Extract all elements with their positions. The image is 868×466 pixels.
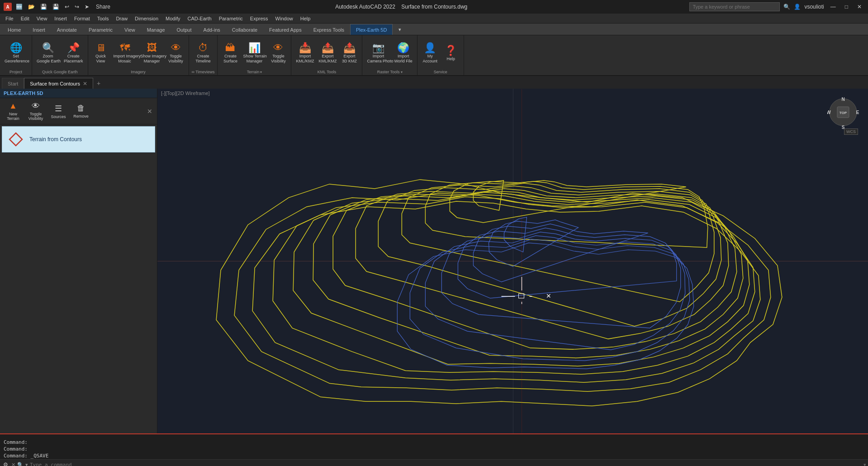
panel-close-button[interactable]: ✕ (145, 107, 154, 116)
import-kml-button[interactable]: 📥 ImportKML/KMZ (294, 38, 316, 69)
help-button[interactable]: ❓ Help (441, 38, 461, 69)
toggle-visibility-imagery-label: ToggleVisibility (168, 54, 183, 64)
menu-bar: File Edit View Insert Format Tools Draw … (0, 14, 868, 24)
save-button[interactable]: 💾 (39, 3, 48, 11)
ribbon-group-raster: 📷 ImportCamera Photo 🌍 ImportWorld File … (362, 35, 417, 75)
send-button[interactable]: ➤ (83, 3, 90, 11)
menu-file[interactable]: File (2, 14, 17, 24)
toggle-visibility-imagery-icon: 👁 (171, 43, 181, 53)
viewport-header-label: [-][Top][2D Wireframe] (161, 90, 210, 96)
command-input-row[interactable]: ⚙ ✕ 🔍 ▾ ▾ (0, 459, 868, 466)
my-account-button[interactable]: 👤 MyAccount (420, 38, 440, 69)
zoom-google-earth-button[interactable]: 🔍 ZoomGoogle Earth (35, 38, 61, 69)
import-camera-photo-button[interactable]: 📷 ImportCamera Photo (365, 38, 391, 69)
tab-annotate[interactable]: Annotate (51, 24, 83, 35)
menu-cad-earth[interactable]: CAD-Earth (184, 14, 215, 24)
remove-label: Remove (73, 114, 89, 119)
menu-tools[interactable]: Tools (94, 14, 113, 24)
compass-east: E (856, 110, 859, 115)
create-timeline-button[interactable]: ⏱ CreateTimeline (193, 38, 213, 69)
menu-express[interactable]: Express (247, 14, 272, 24)
start-tab[interactable]: Start (2, 78, 24, 89)
menu-window[interactable]: Window (272, 14, 297, 24)
set-georeference-button[interactable]: 🌐 SetGeoreference (3, 38, 29, 69)
tab-view[interactable]: View (119, 24, 141, 35)
tab-output[interactable]: Output (171, 24, 198, 35)
terrain-item[interactable]: Terrain from Contours (2, 126, 155, 152)
command-dropdown-icon[interactable]: ▾ (25, 462, 28, 466)
command-input-icon[interactable]: ⚙ (2, 461, 9, 466)
menu-modify[interactable]: Modify (162, 14, 184, 24)
my-account-label: MyAccount (423, 54, 438, 64)
search-input[interactable] (689, 2, 780, 11)
quick-view-button[interactable]: 🖥 QuickView (91, 38, 111, 69)
new-terrain-button[interactable]: ▲ NewTerrain (3, 100, 24, 122)
remove-button[interactable]: 🗑 Remove (71, 102, 91, 120)
tab-manage[interactable]: Manage (141, 24, 171, 35)
svg-text:✕: ✕ (546, 292, 551, 300)
menu-dimension[interactable]: Dimension (131, 14, 162, 24)
tab-express-tools[interactable]: Express Tools (308, 24, 350, 35)
export-3d-kmz-label: Export3D KMZ (342, 54, 357, 64)
share-button[interactable]: Share (93, 3, 113, 11)
open-button[interactable]: 📂 (27, 3, 36, 11)
sources-button[interactable]: ☰ Sources (48, 102, 69, 120)
tab-dropdown[interactable]: ▾ (393, 24, 407, 35)
command-line-1: Command: (0, 439, 868, 446)
maximize-button[interactable]: □ (842, 3, 851, 11)
tab-collaborate[interactable]: Collaborate (226, 24, 263, 35)
menu-draw[interactable]: Draw (112, 14, 131, 24)
surface-tab-label: Surface from Contours (30, 81, 80, 86)
title-center: Autodesk AutoCAD 2022 Surface from Conto… (113, 4, 689, 10)
import-imagery-mosaic-button[interactable]: 🗺 Import ImageryMosaic (112, 38, 138, 69)
panel-content: Terrain from Contours (0, 124, 157, 433)
viewport[interactable]: [-][Top][2D Wireframe] N S E W TOP W (157, 89, 868, 433)
ribbon-group-kml: 📥 ImportKML/KMZ 📤 ExportKML/KMZ 📤 Export… (291, 35, 362, 75)
surface-tab[interactable]: Surface from Contours ✕ (24, 78, 93, 89)
menu-view[interactable]: View (33, 14, 51, 24)
menu-parametric[interactable]: Parametric (215, 14, 247, 24)
menu-help[interactable]: Help (297, 14, 314, 24)
toggle-visibility-terrain-button[interactable]: 👁 ToggleVisibility (268, 38, 288, 69)
show-imagery-manager-button[interactable]: 🖼 Show ImageryManager (139, 38, 165, 69)
tab-insert[interactable]: Insert (27, 24, 51, 35)
service-items: 👤 MyAccount ❓ Help (420, 37, 461, 69)
add-tab-button[interactable]: + (93, 78, 104, 89)
timeline-icon: ⏱ (198, 43, 208, 53)
toggle-visibility-panel-button[interactable]: 👁 ToggleVisibility (25, 100, 46, 122)
create-placemark-icon: 📌 (67, 43, 80, 53)
wcs-label: WCS (846, 129, 856, 134)
quick-google-earth-label: Quick Google Earth (42, 69, 78, 75)
command-clear-icon[interactable]: ✕ (11, 462, 15, 466)
export-kml-button[interactable]: 📤 ExportKML/KMZ (317, 38, 338, 69)
command-search-icon[interactable]: 🔍 (17, 462, 24, 466)
tab-featured-apps[interactable]: Featured Apps (263, 24, 308, 35)
tab-home[interactable]: Home (2, 24, 27, 35)
menu-format[interactable]: Format (71, 14, 94, 24)
import-world-file-button[interactable]: 🌍 ImportWorld File (392, 38, 414, 69)
ribbon-group-project: 🌐 SetGeoreference Project (0, 35, 32, 75)
create-placemark-button[interactable]: 📌 CreatePlacemark (62, 38, 85, 69)
create-surface-button[interactable]: 🏔 CreateSurface (220, 38, 240, 69)
export-3d-kmz-button[interactable]: 📤 Export3D KMZ (339, 38, 359, 69)
workspace: PLEX-EARTH 5D ▲ NewTerrain 👁 ToggleVisib… (0, 89, 868, 433)
menu-edit[interactable]: Edit (17, 14, 33, 24)
redo-button[interactable]: ↪ (73, 3, 81, 11)
show-terrain-manager-button[interactable]: 📊 Show TerrainManager (241, 38, 267, 69)
new-button[interactable]: 🆕 (14, 3, 24, 11)
help-icon: ❓ (445, 46, 457, 56)
menu-insert[interactable]: Insert (51, 14, 71, 24)
import-kml-label: ImportKML/KMZ (296, 54, 314, 64)
tab-parametric[interactable]: Parametric (83, 24, 119, 35)
save-as-button[interactable]: 💾 (51, 3, 61, 11)
command-input[interactable] (30, 462, 862, 466)
toggle-visibility-imagery-button[interactable]: 👁 ToggleVisibility (166, 38, 186, 69)
close-button[interactable]: ✕ (854, 3, 864, 11)
tab-plex-earth[interactable]: Plex-Earth 5D (350, 24, 393, 35)
command-line-3: Command: _QSAVE (0, 452, 868, 459)
kml-tools-label: KML Tools (318, 69, 337, 75)
tab-add-ins[interactable]: Add-ins (198, 24, 226, 35)
surface-tab-close[interactable]: ✕ (83, 81, 87, 87)
undo-button[interactable]: ↩ (63, 3, 71, 11)
minimize-button[interactable]: — (828, 3, 839, 11)
